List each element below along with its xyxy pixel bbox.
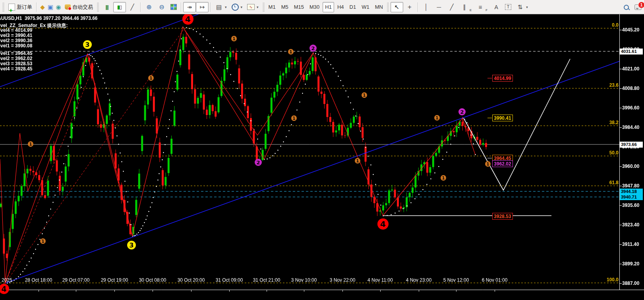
line-chart-button[interactable]: ╱ [126,2,139,12]
time-axis-label: 4 Nov 11:00 [367,277,393,283]
toolbar: 新订单 ◆ ▣ ◉ 自动交易 ||| ▮▯ ╱ ⊕ ⊖ ↠ ↦ ▤▾ ▾ ∿▾ … [0,0,644,14]
chart-price-label-connector [487,78,492,78]
timeframe-button-m5[interactable]: M5 [279,2,291,12]
crosshair-icon: + [406,3,414,11]
toolbar-separator [418,2,418,12]
comment-level-line: Level3 = 3928.53 [0,61,32,66]
market-watch-icon[interactable]: ◆ [39,3,46,11]
auto-scroll-icon: ↠ [186,3,193,11]
comment-level-line: Level2 = 3962.02 [0,56,32,61]
semafor-3-marker: 3 [127,241,136,249]
arrows-button[interactable]: ⇅▾ [514,2,530,12]
vertical-line-button[interactable]: │ [420,2,433,12]
zoom-in-button[interactable]: ⊕ [143,2,155,12]
toolbar-separator [210,2,211,12]
new-chart-icon: ▤ [215,3,223,11]
text-icon: A [492,3,500,11]
semafor-3-marker: 3 [83,40,92,49]
chevron-down-icon: ▾ [257,5,259,9]
periods-button[interactable]: ▾ [229,2,245,12]
indicators-button[interactable]: ∿▾ [245,2,261,12]
cursor-button[interactable]: ↖ [391,2,403,12]
time-axis-label: 4 Nov 23:00 [406,277,432,283]
toolbar-grip[interactable] [97,3,99,12]
toolbar-grip[interactable] [2,3,4,12]
search-icon[interactable] [624,5,629,10]
trendline-button[interactable]: ╱ [445,2,458,12]
timeframe-button-m1[interactable]: M1 [266,2,278,12]
timeframe-group: M1M5M15M30H1H4D1W1MN [266,2,385,12]
timeframe-button-h1[interactable]: H1 [323,2,334,12]
symbol-ohlc-line: XAUUSD,H1 3975.96 3977.20 3964.46 3973.6… [0,16,98,21]
timeframe-button-w1[interactable]: W1 [359,2,372,12]
price-chart-canvas[interactable] [0,14,644,300]
fibonacci-icon: ≡ [476,3,484,11]
price-axis-label: 3960.00 [622,164,639,169]
toolbar-separator [140,2,141,12]
semafor-1-marker: 1 [362,92,367,98]
fib-level-label: 100.0 [607,277,619,282]
text-button[interactable]: A [490,2,503,12]
time-axis-label: 28 Oct 18:00 [25,277,52,283]
fib-level-label: 38.2 [609,120,619,125]
toolbar-grip[interactable] [387,3,389,12]
time-axis-label: 31 Oct 09:00 [216,277,243,283]
chart-window[interactable]: XAUUSD,H1 3975.96 3977.20 3964.46 3973.6… [0,14,644,300]
timeframe-button-m30[interactable]: M30 [307,2,322,12]
autotrading-label: 自动交易 [72,4,93,11]
fib-level-label: 0.0 [612,22,619,28]
timeframe-button-mn[interactable]: MN [373,2,385,12]
semafor-1-marker: 1 [441,175,446,181]
auto-scroll-button[interactable]: ↠ [183,2,196,12]
notification-badge[interactable]: 1 [638,2,644,8]
price-tag: 3973.66 [620,142,643,148]
tile-windows-button[interactable] [168,2,179,12]
chart-shift-button[interactable]: ↦ [196,2,209,12]
horizontal-line-button[interactable]: ─ [433,2,445,12]
chart-price-label: 3962.02 [492,160,513,167]
chart-price-label: 3990.41 [492,115,513,121]
chevron-down-icon: ▾ [241,5,243,9]
toolbar-grip[interactable] [263,3,265,12]
fibonacci-button[interactable]: ≡F [474,2,490,12]
new-chart-button[interactable]: ▤▾ [213,2,229,12]
candlestick-chart-button[interactable]: ▮▯ [113,2,126,12]
time-axis-label: 5 Nov 12:00 [443,277,469,283]
price-tag: 3940.71 [620,194,643,200]
navigator-icon[interactable]: ▣ [46,3,54,11]
semafor-1-marker: 1 [40,238,46,244]
data-window-icon[interactable]: ◉ [54,3,62,11]
zoom-in-icon: ⊕ [145,3,153,11]
zoom-out-button[interactable]: ⊖ [155,2,168,12]
time-axis-label: 30 Oct 20:00 [178,277,205,283]
crosshair-button[interactable]: + [403,2,416,12]
new-order-button[interactable]: 新订单 [6,2,35,12]
chat-icon[interactable]: 1 [634,4,642,10]
text-label-button[interactable]: T [503,2,514,12]
bar-chart-icon: ||| [103,3,111,11]
timeframe-button-d1[interactable]: D1 [347,2,359,12]
price-axis-label: 4021.00 [622,66,639,72]
semafor-1-marker: 1 [148,75,154,81]
new-order-icon [8,4,15,11]
time-axis-label: 31 Oct 21:00 [253,277,280,283]
semafor-1-marker: 1 [28,141,33,147]
equidistant-channel-button[interactable]: ∥E [458,2,474,12]
price-axis-label: 4008.80 [622,86,639,91]
horizontal-line-icon: ─ [435,3,443,11]
time-axis-label: 6 Nov 01:00 [482,277,508,283]
timeframe-button-h4[interactable]: H4 [335,2,346,12]
price-axis-label: 4045.20 [622,27,639,33]
bar-chart-button[interactable]: ||| [101,2,113,12]
tile-windows-icon [170,4,177,10]
time-axis-label: 3 Nov 22:00 [330,277,356,283]
trendline-icon: ╱ [448,3,456,11]
timeframe-button-m15[interactable]: M15 [292,2,306,12]
autotrading-button[interactable]: 自动交易 [62,2,95,12]
comment-level-line: Level4 = 4014.99 [0,27,32,33]
semafor-4-marker: 4 [377,218,389,230]
semafor-2-marker: 2 [255,159,262,166]
price-axis-label: 3911.40 [622,242,639,247]
equidistant-channel-icon: ∥ [460,3,468,11]
fib-level-label: 50.0 [609,150,619,156]
